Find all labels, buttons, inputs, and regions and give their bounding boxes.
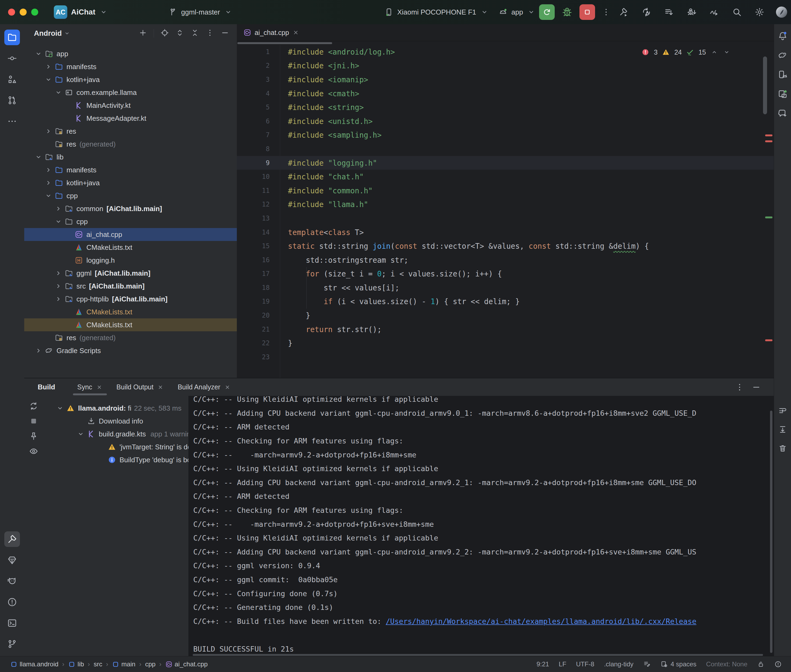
tree-item-ai-chat-cpp[interactable]: ai_chat.cpp — [24, 228, 237, 241]
breadcrumb-item[interactable]: ai_chat.cpp — [165, 661, 208, 668]
tree-item-kotlin-java[interactable]: kotlin+java — [24, 73, 237, 86]
tree-item-mainactivity-kt[interactable]: MainActivity.kt — [24, 99, 237, 112]
tool-version-control-button[interactable] — [4, 636, 20, 652]
build-tab-sync[interactable]: Sync — [70, 378, 109, 396]
code-area[interactable]: 1#include <android/log.h>2#include <jni.… — [237, 45, 774, 364]
previous-problem-icon[interactable] — [710, 48, 718, 56]
tree-item-ggml[interactable]: ggml[AiChat.lib.main] — [24, 267, 237, 280]
console-scrollbar[interactable] — [770, 411, 772, 653]
locate-button[interactable] — [160, 29, 169, 38]
add-button[interactable] — [139, 29, 147, 38]
build-tree-item[interactable]: Download info — [24, 414, 188, 427]
error-stripe-mark[interactable] — [765, 339, 772, 341]
rerun-button[interactable] — [539, 4, 555, 20]
code-line-21[interactable]: 21 return str.str(); — [237, 322, 774, 336]
code-line-10[interactable]: 10#include "chat.h" — [237, 170, 774, 184]
code-line-17[interactable]: 17 for (size_t i = 0; i < values.size();… — [237, 267, 774, 281]
editor-tab-ai-chat-cpp[interactable]: ai_chat.cpp — [237, 24, 306, 41]
tree-item-lib[interactable]: lib — [24, 150, 237, 163]
breadcrumb-item[interactable]: main — [112, 661, 135, 668]
tree-item-messageadapter-kt[interactable]: MessageAdapter.kt — [24, 112, 237, 125]
code-line-12[interactable]: 12#include "llama.h" — [237, 198, 774, 212]
close-x-icon[interactable] — [157, 384, 164, 390]
status-widget[interactable] — [643, 661, 651, 668]
chev-down-icon[interactable] — [34, 153, 43, 161]
chev-down-icon[interactable] — [56, 404, 64, 412]
chev-right-icon[interactable] — [44, 166, 53, 174]
expand-all-button[interactable] — [175, 29, 184, 38]
code-line-4[interactable]: 4#include <cmath> — [237, 86, 774, 101]
tree-item-cpp[interactable]: cpp — [24, 215, 237, 228]
code-line-16[interactable]: 16 std::ostringstream str; — [237, 253, 774, 267]
tree-item-app[interactable]: app — [24, 47, 237, 60]
status-widget-4-spaces[interactable]: 4 spaces — [661, 661, 696, 668]
chev-right-icon[interactable] — [55, 205, 63, 213]
code-line-19[interactable]: 19 if (i < values.size() - 1) { str << d… — [237, 295, 774, 309]
tool-notifications-button[interactable] — [775, 29, 790, 43]
settings-button[interactable] — [754, 7, 765, 18]
project-view-selector[interactable]: Android — [34, 29, 62, 38]
tree-item-kotlin-java[interactable]: kotlin+java — [24, 176, 237, 189]
tool-resource-manager-button[interactable] — [4, 552, 20, 568]
next-problem-icon[interactable] — [723, 48, 731, 56]
status-widget[interactable] — [757, 661, 765, 668]
vcs-stripe-mark[interactable] — [765, 216, 772, 218]
device-selector[interactable]: Xiaomi POCOPHONE F1 — [384, 0, 489, 24]
chev-down-icon[interactable] — [34, 50, 43, 58]
preview-button[interactable] — [29, 446, 39, 457]
tree-item-gradle-scripts[interactable]: Gradle Scripts — [24, 344, 237, 357]
close-x-icon[interactable] — [96, 384, 103, 390]
tree-item-cpp-httplib[interactable]: cpp-httplib[AiChat.lib.main] — [24, 293, 237, 306]
tree-item-logging-h[interactable]: logging.h — [24, 254, 237, 267]
tool-gradle-button[interactable] — [775, 48, 790, 63]
chev-right-icon[interactable] — [44, 179, 53, 187]
profile-widget[interactable] — [775, 0, 788, 24]
code-line-6[interactable]: 6#include <unistd.h> — [237, 114, 774, 128]
breadcrumb-item[interactable]: src — [94, 661, 102, 668]
code-line-11[interactable]: 11#include "common.h" — [237, 184, 774, 198]
attach-debugger-button[interactable] — [686, 7, 697, 18]
code-line-2[interactable]: 2#include <jni.h> — [237, 59, 774, 73]
chev-down-icon[interactable] — [44, 192, 53, 200]
scroll-to-end-button[interactable] — [775, 422, 790, 437]
chev-down-icon[interactable] — [55, 218, 63, 226]
collapse-all-button[interactable] — [191, 29, 199, 38]
code-line-9[interactable]: 9#include "logging.h" — [237, 156, 774, 170]
chev-down-icon[interactable] — [44, 75, 53, 84]
code-line-7[interactable]: 7#include <sampling.h> — [237, 128, 774, 142]
tree-item-res[interactable]: res(generated) — [24, 138, 237, 150]
status-widget[interactable] — [774, 661, 782, 668]
debug-button[interactable] — [561, 6, 573, 18]
build-tab-build-analyzer[interactable]: Build Analyzer — [171, 378, 237, 396]
branch-widget[interactable]: ggml-master — [168, 0, 233, 24]
build-console[interactable]: C/C++: -- Using KleidiAI optimized kerne… — [188, 396, 774, 657]
tool-structure-button[interactable] — [4, 72, 20, 87]
soft-wrap-button[interactable] — [775, 403, 790, 418]
chev-down-icon[interactable] — [55, 88, 63, 96]
tool-build-hammer-button[interactable] — [4, 531, 20, 547]
build-tree-item[interactable]: BuildType 'debug' is both de — [24, 453, 188, 466]
pin-button[interactable] — [29, 431, 39, 442]
code-line-18[interactable]: 18 str << values[i]; — [237, 281, 774, 295]
editor-scrollbar[interactable] — [763, 56, 767, 114]
tree-item-cmakelists-txt[interactable]: CMakeLists.txt — [24, 241, 237, 254]
status-widget-context-none[interactable]: Context: None — [706, 661, 748, 668]
search-everywhere-button[interactable] — [732, 7, 742, 18]
stop-button[interactable] — [579, 4, 595, 20]
apply-changes-button[interactable] — [641, 7, 652, 18]
code-line-20[interactable]: 20 } — [237, 309, 774, 322]
inspections-widget[interactable]: 3 24 15 — [641, 46, 731, 59]
chev-down-icon[interactable] — [77, 430, 85, 438]
tree-item-manifests[interactable]: manifests — [24, 60, 237, 73]
breadcrumb-item[interactable]: lib — [68, 661, 84, 668]
project-widget[interactable]: AC AiChat — [54, 0, 108, 24]
more-run-options-button[interactable] — [602, 8, 611, 17]
hide-button[interactable] — [221, 29, 229, 38]
code-line-3[interactable]: 3#include <iomanip> — [237, 73, 774, 86]
tree-item-res[interactable]: res — [24, 125, 237, 138]
chev-right-icon[interactable] — [34, 347, 43, 355]
hide-panel-icon[interactable] — [752, 382, 761, 392]
chev-right-icon[interactable] — [44, 127, 53, 135]
tool-gemini-button[interactable] — [775, 106, 790, 121]
tree-item-com-example-llama[interactable]: com.example.llama — [24, 86, 237, 99]
